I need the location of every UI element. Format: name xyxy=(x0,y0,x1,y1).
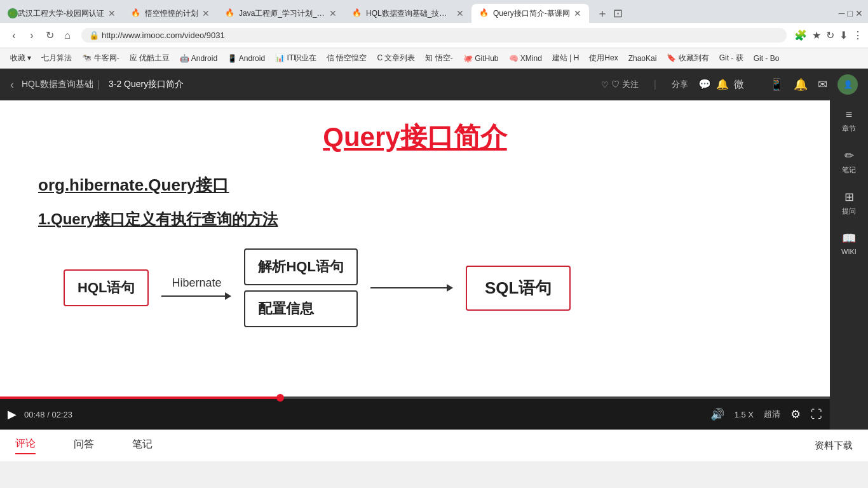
bookmark-collect2[interactable]: 🔖 收藏到有 xyxy=(661,53,714,64)
tab-3[interactable]: 🔥 Java工程师_学习计划_慕课网 ✕ xyxy=(217,4,344,23)
new-tab-button[interactable]: ＋ xyxy=(597,6,608,21)
chapter-icon: ≡ xyxy=(846,108,853,121)
browser-chrome: 🌿 武汉工程大学-校园网认证 ✕ 🔥 悟空惶惶的计划 ✕ 🔥 Java工程师_学… xyxy=(0,0,868,69)
hibernate-arrow: Hibernate xyxy=(161,276,231,300)
download-icon[interactable]: ⬇ xyxy=(839,29,848,41)
progress-fill xyxy=(0,396,280,399)
bookmark-hex[interactable]: 使用Hex xyxy=(584,53,623,64)
address-input-wrap[interactable]: 🔒 xyxy=(81,28,787,43)
bookmark-articles[interactable]: C 文章列表 xyxy=(372,53,420,64)
wechat-icon[interactable]: 💬 xyxy=(698,78,711,92)
tab-actions: ＋ ⊡ xyxy=(589,6,630,21)
bookmark-xmind[interactable]: 🧠 XMind xyxy=(504,54,547,63)
config-box: 配置信息 xyxy=(244,290,357,327)
tab-5[interactable]: 🔥 Query接口简介-慕课网 ✕ xyxy=(471,4,589,23)
download-resources[interactable]: 资料下载 xyxy=(815,440,853,452)
current-time: 00:48 xyxy=(24,410,45,419)
maximize-button[interactable]: □ xyxy=(848,8,853,18)
parse-box: 解析HQL语句 xyxy=(244,248,357,285)
close-button[interactable]: ✕ xyxy=(855,8,863,18)
sql-arrow xyxy=(370,284,453,292)
minimize-button[interactable]: ─ xyxy=(839,8,845,18)
bookmark-zhaokai[interactable]: ZhaoKai xyxy=(623,54,662,63)
refresh2-icon[interactable]: ↻ xyxy=(826,29,834,41)
tab-comments[interactable]: 评论 xyxy=(15,437,36,454)
speed-button[interactable]: 1.5 X xyxy=(735,410,754,419)
arrow-shaft-1 xyxy=(161,295,225,297)
bookmark-zhihu[interactable]: 知 悟空- xyxy=(420,53,458,64)
notification-icon[interactable]: 🔔 xyxy=(794,78,808,92)
menu-button[interactable]: ⋮ xyxy=(853,29,863,41)
time-display: 00:48 / 02:23 xyxy=(24,410,72,419)
sidebar-chapter[interactable]: ≡ 章节 xyxy=(830,100,868,141)
slide-content: Query接口简介 org.hibernate.Query接口 1.Query接… xyxy=(0,100,830,399)
tab-3-favicon: 🔥 xyxy=(225,8,235,18)
bookmark-github[interactable]: 🐙 GitHub xyxy=(458,54,504,63)
tab-4-title: HQL数据查询基础_技术学习教程 xyxy=(366,8,452,19)
lock-icon: 🔒 xyxy=(89,30,99,40)
follow-button[interactable]: ♡ ♡ 关注 xyxy=(601,79,639,90)
bookmark-android2[interactable]: 📱 Android xyxy=(222,54,270,63)
notes-icon: ✏ xyxy=(844,149,854,163)
question-label: 提问 xyxy=(842,207,856,216)
bookmark-git1[interactable]: Git - 获 xyxy=(714,53,749,64)
ctrl-right: 🔊 1.5 X 超清 ⚙ ⛶ xyxy=(710,407,822,421)
bookmark-git2[interactable]: Git - Bo xyxy=(749,54,785,63)
home-button[interactable]: ⌂ xyxy=(58,27,76,44)
site-back-button[interactable]: ‹ xyxy=(10,78,14,92)
tab-notes-bottom[interactable]: 笔记 xyxy=(132,438,153,454)
mobile-icon[interactable]: 📱 xyxy=(770,78,783,92)
forward-button[interactable]: › xyxy=(23,27,41,44)
user-avatar[interactable]: 👤 xyxy=(837,74,858,95)
share-label: 分享 xyxy=(672,79,688,90)
tab-1-close[interactable]: ✕ xyxy=(108,8,116,18)
bookmark-nowcoder[interactable]: 🐄 牛客网- xyxy=(77,53,124,64)
slide-subtitle: org.hibernate.Query接口 xyxy=(38,174,792,196)
bell-icon[interactable]: 🔔 xyxy=(716,78,729,92)
tab-5-close[interactable]: ✕ xyxy=(574,8,581,18)
bookmark-youku[interactable]: 应 优酷土豆 xyxy=(125,53,175,64)
refresh-button[interactable]: ↻ xyxy=(41,27,58,44)
tab-qa[interactable]: 问答 xyxy=(74,438,94,454)
quality-button[interactable]: 超清 xyxy=(764,409,780,420)
bookmark-android1[interactable]: 🤖 Android xyxy=(175,54,222,63)
tab-list-button[interactable]: ⊡ xyxy=(613,6,623,20)
tab-3-close[interactable]: ✕ xyxy=(329,8,337,18)
volume-button[interactable]: 🔊 xyxy=(710,407,724,421)
bookmark-jianzhan[interactable]: 建站 | H xyxy=(547,53,584,64)
middle-boxes: 解析HQL语句 配置信息 xyxy=(244,248,357,327)
tab-2[interactable]: 🔥 悟空惶惶的计划 ✕ xyxy=(123,4,217,23)
arrow-line-1 xyxy=(161,292,231,300)
play-button[interactable]: ▶ xyxy=(8,407,17,421)
sql-box: SQL语句 xyxy=(466,266,571,311)
address-bar: ‹ › ↻ ⌂ 🔒 🧩 ★ ↻ ⬇ ⋮ xyxy=(0,23,868,48)
sidebar-question[interactable]: ⊞ 提问 xyxy=(830,182,868,224)
star-icon[interactable]: ★ xyxy=(812,29,821,41)
bookmark-collect[interactable]: 收藏 ▾ xyxy=(5,53,36,64)
tab-1-title: 武汉工程大学-校园网认证 xyxy=(18,8,104,19)
message-icon[interactable]: ✉ xyxy=(818,78,827,92)
header-actions: ♡ ♡ 关注 | 分享 💬 🔔 微 xyxy=(601,78,744,92)
slide-diagram: HQL语句 Hibernate 解 xyxy=(38,248,792,327)
site-header: ‹ HQL数据查询基础 | 3-2 Query接口简介 ♡ ♡ 关注 | 分享 … xyxy=(0,69,868,100)
arrow-shaft-2 xyxy=(370,287,447,288)
address-input[interactable] xyxy=(102,30,779,40)
extensions-icon[interactable]: 🧩 xyxy=(794,29,807,41)
bookmark-wukong[interactable]: 信 悟空惶空 xyxy=(322,53,372,64)
bookmarks-bar: 收藏 ▾ 七月算法 🐄 牛客网- 应 优酷土豆 🤖 Android 📱 Andr… xyxy=(0,48,868,69)
sidebar-wiki[interactable]: 📖 WIKI xyxy=(830,224,868,263)
tab-4[interactable]: 🔥 HQL数据查询基础_技术学习教程 ✕ xyxy=(344,4,471,23)
sidebar-notes[interactable]: ✏ 笔记 xyxy=(830,141,868,182)
tab-1[interactable]: 🌿 武汉工程大学-校园网认证 ✕ xyxy=(0,4,123,23)
share-icons: 💬 🔔 微 xyxy=(698,78,744,92)
progress-bar[interactable] xyxy=(0,396,830,399)
fullscreen-button[interactable]: ⛶ xyxy=(811,408,822,421)
section-title: 3-2 Query接口简介 xyxy=(109,79,184,90)
bookmark-july[interactable]: 七月算法 xyxy=(36,53,77,64)
tab-4-close[interactable]: ✕ xyxy=(456,8,464,18)
tab-2-close[interactable]: ✕ xyxy=(202,8,210,18)
back-button[interactable]: ‹ xyxy=(5,27,23,44)
bookmark-it[interactable]: 📊 IT职业在 xyxy=(270,53,322,64)
settings-button[interactable]: ⚙ xyxy=(790,407,801,421)
weibo-icon[interactable]: 微 xyxy=(734,78,744,92)
